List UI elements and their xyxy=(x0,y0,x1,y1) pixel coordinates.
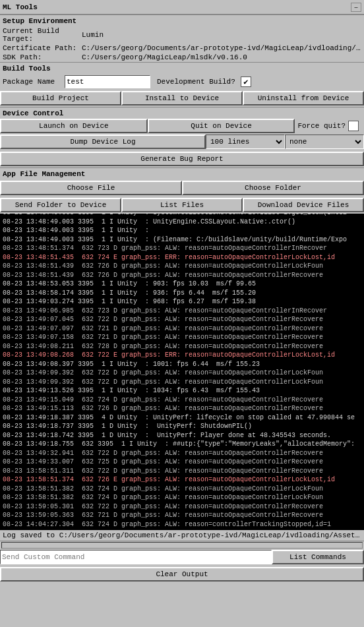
package-name-row: Package Name Development Build? ✔ xyxy=(0,74,364,90)
download-device-files-button[interactable]: Download Device Files xyxy=(243,198,364,212)
quit-on-device-button[interactable]: Quit on Device xyxy=(148,119,295,133)
bottom-row: List Commands xyxy=(0,549,364,566)
clear-row: Clear Output xyxy=(0,566,364,583)
list-commands-button[interactable]: List Commands xyxy=(272,550,364,564)
app-file-mgmt-header: App File Management xyxy=(0,167,364,179)
cert-path-value: C:/Users/georg/Documents/ar-prototype-iv… xyxy=(82,44,361,52)
generate-bug-report-button[interactable]: Generate Bug Report xyxy=(0,152,364,166)
choose-folder-button[interactable]: Choose Folder xyxy=(182,181,364,195)
build-project-button[interactable]: Build Project xyxy=(0,91,121,105)
build-target-value: Lumin xyxy=(82,31,104,39)
package-name-input[interactable] xyxy=(65,75,150,88)
build-target-label: Current Build Target: xyxy=(3,27,82,43)
package-name-label: Package Name xyxy=(3,78,62,86)
uninstall-button[interactable]: Uninstall from Device xyxy=(243,91,364,105)
generate-bug-row: Generate Bug Report xyxy=(0,150,364,167)
sdk-path-value: C:/Users/georg/MagicLeap/mlsdk/v0.16.0 xyxy=(82,53,247,61)
launch-on-device-button[interactable]: Launch on Device xyxy=(0,119,148,133)
build-target-row: Current Build Target: Lumin xyxy=(0,26,364,44)
dump-device-log-button[interactable]: Dump Device Log xyxy=(0,134,206,149)
list-files-button[interactable]: List Files xyxy=(121,198,243,212)
send-folder-button[interactable]: Send Folder to Device xyxy=(0,198,121,212)
build-btn-row: Build Project Install to Device Uninstal… xyxy=(0,90,364,107)
collapse-button[interactable]: – xyxy=(351,3,361,12)
lines-select[interactable]: 100 lines xyxy=(206,134,285,149)
filter-select[interactable]: none xyxy=(285,134,364,149)
install-device-button[interactable]: Install to Device xyxy=(121,91,243,105)
force-quit-label: Force quit? xyxy=(297,122,346,130)
sdk-path-row: SDK Path: C:/Users/georg/MagicLeap/mlsdk… xyxy=(0,53,364,62)
choose-file-button[interactable]: Choose File xyxy=(0,181,182,195)
log-output: 08-23 13:48:49.003 3395 1 I Unity : Syst… xyxy=(0,214,364,530)
setup-env-header: Setup Environment xyxy=(0,15,364,26)
launch-quit-row: Launch on Device Quit on Device Force qu… xyxy=(0,119,364,133)
title-bar-controls: – xyxy=(351,3,361,12)
window-title: ML Tools xyxy=(3,3,38,11)
cert-path-row: Certificate Path: C:/Users/georg/Documen… xyxy=(0,44,364,53)
dump-log-row: Dump Device Log 100 lines none xyxy=(0,133,364,150)
title-bar: ML Tools – xyxy=(0,0,364,15)
log-scroll-horizontal[interactable] xyxy=(0,541,364,549)
cert-path-label: Certificate Path: xyxy=(3,44,82,52)
scroll-track[interactable] xyxy=(1,542,363,549)
clear-output-button[interactable]: Clear Output xyxy=(0,567,364,582)
log-saved-path: Log saved to C:/Users/georg/Documents/ar… xyxy=(0,530,364,541)
build-tools-header: Build Tools xyxy=(0,62,364,74)
choose-row: Choose File Choose Folder xyxy=(0,179,364,196)
dev-build-checkbox[interactable]: ✔ xyxy=(241,76,251,87)
file-action-row: Send Folder to Device List Files Downloa… xyxy=(0,196,364,214)
dev-build-label: Development Build? xyxy=(157,78,235,86)
sdk-path-label: SDK Path: xyxy=(3,53,82,61)
send-custom-command-input[interactable] xyxy=(0,550,272,564)
device-control-header: Device Control xyxy=(0,107,364,119)
force-quit-checkbox[interactable] xyxy=(348,121,359,131)
